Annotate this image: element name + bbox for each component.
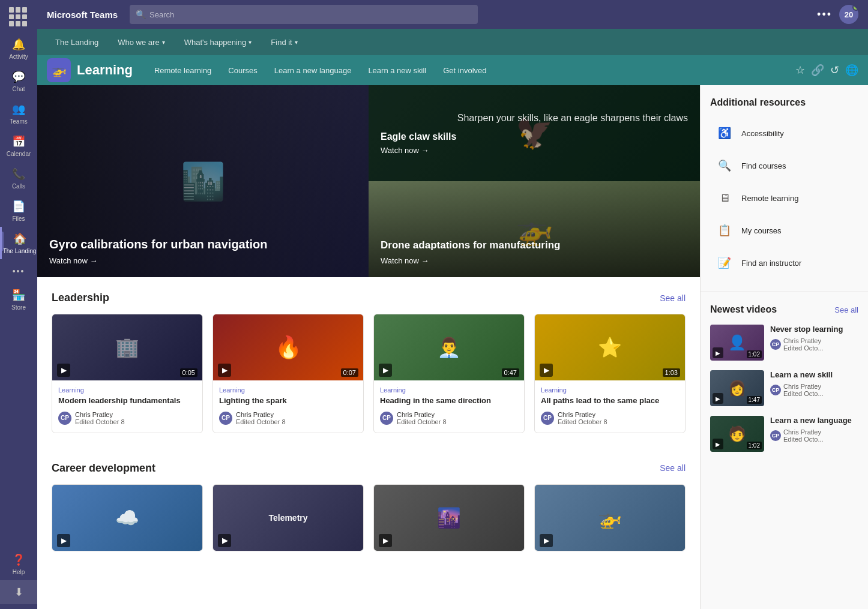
learning-nav-language[interactable]: Learn a new language	[267, 62, 359, 79]
career-see-all[interactable]: See all	[660, 463, 686, 473]
career-thumb-1: Telemetry▶	[213, 485, 363, 551]
resource-find-courses[interactable]: 🔍 Find courses	[710, 150, 858, 181]
play-icon-1[interactable]: ▶	[218, 364, 231, 377]
author-info-2: Chris Pratley Edited October 8	[397, 411, 447, 425]
newest-item-0[interactable]: 👤▶1:02 Never stop learning CP Chris Prat…	[710, 325, 858, 361]
watch-now-br[interactable]: Watch now →	[381, 256, 688, 265]
sidebar-item-calendar[interactable]: 📅 Calendar	[0, 130, 37, 162]
sidebar-item-calls[interactable]: 📞 Calls	[0, 162, 37, 194]
more-options-icon[interactable]: •••	[817, 8, 832, 21]
app-title: Microsoft Teams	[47, 10, 118, 20]
resource-accessibility-label: Accessibility	[741, 129, 784, 138]
resource-my-courses[interactable]: 📋 My courses	[710, 215, 858, 246]
tab-the-landing[interactable]: The Landing	[47, 33, 107, 52]
career-card-0[interactable]: ☁️▶	[52, 484, 203, 551]
resource-remote-learning-label: Remote learning	[741, 194, 798, 203]
video-thumb-1: 🔥▶0:07	[213, 314, 363, 380]
video-title-0: Modern leadership fundamentals	[58, 396, 196, 406]
sidebar-item-landing[interactable]: 🏠 The Landing	[0, 227, 37, 259]
author-name-1: Chris Pratley	[236, 411, 286, 418]
newest-duration-0: 1:02	[747, 350, 762, 358]
watch-now-tl[interactable]: Watch now →	[49, 256, 357, 265]
link-icon[interactable]: 🔗	[811, 64, 824, 77]
sidebar-item-activity[interactable]: 🔔 Activity	[0, 32, 37, 65]
watch-now-tr[interactable]: Watch now →	[381, 146, 688, 155]
author-date-3: Edited October 8	[558, 418, 607, 425]
newest-item-1[interactable]: 👩▶1:47 Learn a new skill CP Chris Pratle…	[710, 370, 858, 406]
newest-author-info-2: Chris Pratley Edited Octo...	[783, 428, 824, 443]
learning-nav: Remote learning Courses Learn a new lang…	[147, 62, 781, 79]
leadership-card-2[interactable]: 👨‍💼▶0:47 Learning Heading in the same di…	[373, 314, 525, 433]
career-play-1[interactable]: ▶	[218, 534, 231, 547]
sidebar-item-download[interactable]: ⬇	[0, 580, 37, 604]
leadership-card-1[interactable]: 🔥▶0:07 Learning Lighting the spark CP Ch…	[212, 314, 364, 433]
learning-nav-remote[interactable]: Remote learning	[147, 62, 219, 79]
drone-icon: 🚁	[52, 63, 67, 77]
sidebar-item-help[interactable]: ❓ Help	[0, 548, 37, 580]
newest-play-1[interactable]: ▶	[713, 393, 723, 404]
career-play-3[interactable]: ▶	[540, 534, 553, 547]
tab-who-we-are[interactable]: Who we are ▾	[109, 33, 173, 52]
newest-author-name-2: Chris Pratley	[783, 428, 824, 436]
resource-accessibility[interactable]: ♿ Accessibility	[710, 118, 858, 149]
career-card-1[interactable]: Telemetry▶	[212, 484, 364, 551]
resource-remote-learning[interactable]: 🖥 Remote learning	[710, 182, 858, 214]
newest-play-0[interactable]: ▶	[713, 347, 723, 358]
search-bar[interactable]: 🔍	[130, 5, 478, 24]
sidebar: 🔔 Activity 💬 Chat 👥 Teams 📅 Calendar 📞 C…	[0, 0, 37, 609]
learning-nav-involved[interactable]: Get involved	[436, 62, 493, 79]
remote-learning-icon: 🖥	[715, 188, 734, 208]
leadership-see-all[interactable]: See all	[660, 293, 686, 303]
hero-card-tr[interactable]: 🦅 Sharpen your skills, like an eagle sha…	[369, 85, 700, 181]
play-icon-0[interactable]: ▶	[57, 364, 70, 377]
learning-nav-skill[interactable]: Learn a new skill	[361, 62, 433, 79]
calls-icon: 📞	[11, 167, 26, 181]
video-info-3: Learning All paths lead to the same plac…	[535, 380, 685, 433]
chevron-down-icon: ▾	[249, 39, 252, 46]
refresh-icon[interactable]: ↺	[830, 64, 839, 77]
newest-author-1: CP Chris Pratley Edited Octo...	[770, 383, 858, 397]
avatar[interactable]: 20	[839, 5, 858, 24]
store-icon: 🏪	[11, 288, 26, 302]
tab-landing-label: The Landing	[55, 38, 98, 47]
newest-play-2[interactable]: ▶	[713, 439, 723, 449]
star-icon[interactable]: ☆	[795, 64, 805, 77]
tab-nav: The Landing Who we are ▾ What's happenin…	[37, 29, 868, 55]
hero-card-tl[interactable]: 🏙️ Gyro calibrations for urban navigatio…	[37, 85, 369, 277]
sidebar-item-files[interactable]: 📄 Files	[0, 194, 37, 227]
play-icon-2[interactable]: ▶	[379, 364, 392, 377]
learning-nav-icons: ☆ 🔗 ↺ 🌐	[795, 64, 858, 77]
sidebar-item-teams[interactable]: 👥 Teams	[0, 97, 37, 130]
main-container: Microsoft Teams 🔍 ••• 20 The Landing Who…	[37, 0, 868, 609]
newest-author-info-1: Chris Pratley Edited Octo...	[783, 383, 824, 397]
newest-title-1: Learn a new skill	[770, 370, 858, 380]
tab-whats-happening[interactable]: What's happening ▾	[176, 33, 261, 52]
career-play-2[interactable]: ▶	[379, 534, 392, 547]
sidebar-item-more[interactable]: •••	[0, 259, 37, 283]
leadership-section: Leadership See all 🏢▶0:05 Learning Moder…	[37, 277, 700, 433]
career-thumb-3: 🚁▶	[535, 485, 685, 551]
play-icon-3[interactable]: ▶	[540, 364, 553, 377]
apps-grid-icon[interactable]	[9, 7, 28, 26]
career-card-2[interactable]: 🌆▶	[373, 484, 525, 551]
search-input[interactable]	[149, 10, 472, 19]
hero-overlay-tl: Gyro calibrations for urban navigation W…	[37, 85, 369, 277]
globe-icon[interactable]: 🌐	[845, 64, 858, 77]
sidebar-label-landing: The Landing	[3, 248, 37, 254]
newest-item-2[interactable]: 🧑▶1:02 Learn a new language CP Chris Pra…	[710, 416, 858, 452]
leadership-card-3[interactable]: ⭐▶1:03 Learning All paths lead to the sa…	[534, 314, 686, 433]
duration-3: 1:03	[663, 368, 680, 377]
leadership-card-0[interactable]: 🏢▶0:05 Learning Modern leadership fundam…	[52, 314, 203, 433]
newest-title-2: Learn a new language	[770, 416, 858, 426]
sidebar-item-chat[interactable]: 💬 Chat	[0, 65, 37, 97]
career-play-0[interactable]: ▶	[57, 534, 70, 547]
hero-card-br[interactable]: 🚁 Drone adaptations for manufacturing Wa…	[369, 181, 700, 277]
duration-0: 0:05	[180, 368, 197, 377]
author-date-1: Edited October 8	[236, 418, 286, 425]
tab-find-it[interactable]: Find it ▾	[262, 33, 306, 52]
resource-find-instructor[interactable]: 📝 Find an instructor	[710, 247, 858, 278]
career-card-3[interactable]: 🚁▶	[534, 484, 686, 551]
learning-nav-courses[interactable]: Courses	[221, 62, 264, 79]
newest-see-all[interactable]: See all	[834, 305, 858, 314]
sidebar-item-store[interactable]: 🏪 Store	[0, 283, 37, 316]
